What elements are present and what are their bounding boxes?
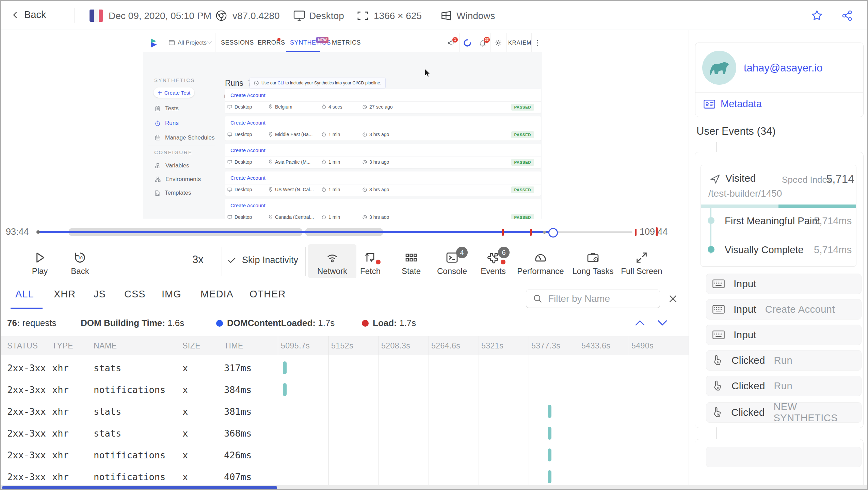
event-row-input[interactable]: Input — [706, 325, 862, 345]
run-location: Belgium — [269, 104, 292, 110]
kebab-menu-icon[interactable] — [534, 39, 541, 47]
network-summary-bar: 76: requests DOM Building Time: 1.6s DOM… — [1, 309, 689, 337]
speed-toggle[interactable]: 3x — [192, 254, 204, 266]
load-time: Load: 1.7s — [362, 318, 416, 328]
event-connector — [716, 142, 717, 152]
event-row-clicked[interactable]: ClickedNEW SYNTHETICS — [706, 402, 862, 423]
run-device: Desktop — [227, 187, 252, 192]
network-request-row[interactable]: 2xx-3xxxhr statsx 317ms — [1, 357, 689, 379]
console-button[interactable]: 4 Console — [428, 243, 476, 279]
dom-content-loaded: DOMContentLoaded: 1.7s — [216, 318, 335, 328]
run-card[interactable]: Create Account Desktop US West (N. Cal..… — [225, 172, 541, 196]
run-card[interactable]: Create Account Desktop Canada (Central..… — [225, 199, 541, 219]
tab-css[interactable]: CSS — [124, 289, 146, 300]
metadata-button[interactable]: Metadata — [704, 98, 762, 110]
sidebar-item-templates[interactable]: Templates — [155, 190, 191, 196]
app-tab-sessions[interactable]: SESSIONS — [221, 39, 254, 46]
network-request-row[interactable]: 2xx-3xxxhr notificationsx 407ms — [1, 466, 689, 488]
network-request-row[interactable]: 2xx-3xxxhr notificationsx 384ms — [1, 379, 689, 401]
performance-button[interactable]: Performance — [517, 243, 564, 279]
share-icon[interactable] — [841, 10, 853, 22]
event-row[interactable] — [706, 447, 862, 467]
bell-badge: 33 — [484, 37, 490, 43]
request-timing-bar — [283, 361, 287, 374]
session-date: Dec 09, 2020, 05:10 PM — [109, 11, 211, 21]
info-icon — [254, 81, 259, 85]
run-duration: 4 secs — [322, 104, 342, 110]
run-duration: 1 min — [322, 214, 340, 219]
settings-gear-icon[interactable] — [495, 39, 502, 47]
jump-next-icon[interactable] — [657, 318, 668, 327]
sidebar-item-environments[interactable]: Environments — [155, 176, 201, 183]
player-timeline[interactable]: 93:44 109:44 — [1, 219, 689, 244]
visually-complete-dot — [708, 246, 714, 253]
playhead-handle[interactable] — [548, 228, 558, 238]
back-button[interactable]: Back — [11, 9, 46, 20]
fullscreen-expand-icon — [635, 251, 648, 264]
event-row-clicked[interactable]: ClickedRun — [706, 350, 862, 371]
run-duration: 1 min — [322, 159, 340, 165]
tab-other[interactable]: OTHER — [250, 289, 286, 300]
cli-link[interactable]: CLI — [277, 81, 284, 85]
run-device: Desktop — [227, 132, 252, 137]
close-panel-icon[interactable] — [668, 293, 678, 304]
requests-count: 76: requests — [7, 318, 57, 328]
fetch-button[interactable]: Fetch — [347, 243, 394, 279]
error-marker[interactable] — [530, 229, 532, 236]
tab-img[interactable]: IMG — [162, 289, 181, 300]
network-request-row[interactable]: 2xx-3xxxhr statsx 381ms — [1, 401, 689, 422]
project-selector[interactable]: All Projects — [164, 33, 215, 52]
long-tasks-button[interactable]: Long Tasks — [569, 243, 617, 279]
app-tab-metrics[interactable]: METRICS — [332, 39, 361, 46]
tab-media[interactable]: MEDIA — [200, 289, 234, 300]
sidebar-item-runs[interactable]: Runs — [155, 120, 179, 127]
jump-previous-icon[interactable] — [634, 318, 646, 327]
network-request-row[interactable]: 2xx-3xxxhr notificationsx 426ms — [1, 444, 689, 466]
tab-all[interactable]: ALL — [15, 289, 34, 300]
create-test-button[interactable]: Create Test — [154, 87, 194, 98]
user-menu[interactable]: KRAIEM — [508, 40, 532, 46]
favorite-star-icon[interactable] — [810, 9, 823, 22]
fmp-dot — [708, 217, 714, 224]
chrome-browser-icon — [215, 10, 227, 21]
id-card-icon — [704, 99, 715, 109]
run-card[interactable]: Create Account Desktop Belgium 4 secs 27… — [225, 89, 541, 113]
device-type: Desktop — [309, 11, 344, 21]
tab-xhr[interactable]: XHR — [54, 289, 76, 300]
desktop-monitor-icon — [293, 10, 305, 21]
tab-js[interactable]: JS — [94, 289, 106, 300]
full-screen-button[interactable]: Full Screen — [618, 243, 665, 279]
sidebar-item-manage-schedules[interactable]: Manage Schedules — [155, 134, 215, 141]
run-card[interactable]: Create Account Desktop Middle East (Ba..… — [225, 116, 541, 141]
event-row-clicked[interactable]: ClickedRun — [706, 376, 862, 396]
user-email-link[interactable]: tahay@asayer.io — [744, 62, 822, 74]
back-10s-button[interactable]: 10 Back — [56, 243, 104, 279]
events-alert-dot — [501, 260, 505, 264]
events-button[interactable]: 6 Events — [469, 243, 517, 279]
chevron-left-icon — [11, 11, 19, 19]
request-timing-bar — [548, 405, 551, 418]
sidebar-item-tests[interactable]: Tests — [155, 105, 179, 112]
click-pointer-icon — [712, 355, 723, 366]
run-card[interactable]: Create Account Desktop Asia Pacific (M..… — [225, 144, 541, 168]
state-button[interactable]: State — [387, 243, 435, 279]
event-connector — [716, 427, 717, 439]
scrollbar-thumb[interactable] — [2, 486, 277, 489]
error-marker[interactable] — [502, 229, 504, 236]
app-tab-errors[interactable]: ERRORS — [258, 39, 285, 46]
divider — [305, 247, 306, 276]
filter-by-name-input[interactable]: Filter by Name — [526, 290, 660, 308]
run-time-ago: 3 hrs ago — [363, 132, 389, 137]
visited-event-card[interactable]: Visited Speed Index 5,714 /test-builder/… — [701, 165, 856, 267]
event-row-input[interactable]: Input — [706, 274, 862, 294]
event-row-input[interactable]: InputCreate Account — [706, 299, 862, 320]
configure-section-label: CONFIGURE — [154, 149, 193, 155]
horizontal-scrollbar[interactable] — [1, 485, 867, 490]
play-icon — [33, 251, 47, 264]
sidebar-item-variables[interactable]: Variables — [155, 162, 189, 169]
network-request-row[interactable]: 2xx-3xxxhr statsx 368ms — [1, 422, 689, 444]
run-time-ago: 27 sec ago — [363, 104, 393, 110]
error-marker[interactable] — [635, 229, 637, 236]
speed-index-value: 5,714 — [826, 173, 854, 185]
skip-inactivity-toggle[interactable]: Skip Inactivity — [227, 255, 298, 265]
